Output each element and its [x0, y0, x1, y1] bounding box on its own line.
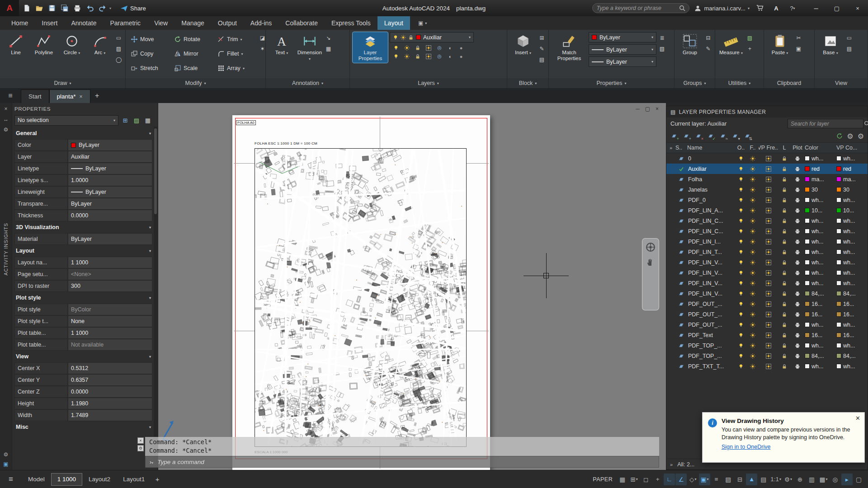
rectangle-icon[interactable]: ▭ — [115, 34, 123, 42]
undo-icon[interactable] — [84, 2, 96, 14]
tool-arc[interactable]: Arc ▾ — [87, 32, 113, 57]
on-bulb-icon[interactable] — [735, 177, 747, 182]
settings-gear-icon[interactable]: ⚙ — [847, 132, 853, 141]
command-input[interactable] — [157, 459, 655, 465]
store-cart-icon[interactable] — [754, 4, 766, 12]
freeze-sun-icon[interactable] — [747, 156, 759, 161]
minimize-button[interactable]: ─ — [806, 0, 826, 16]
viewport-minimize-icon[interactable]: ─ — [636, 106, 640, 112]
freeze-sun-icon[interactable] — [747, 177, 759, 182]
layer-name[interactable]: PDF_LIN_V... — [687, 259, 735, 266]
popup-close-icon[interactable]: ✕ — [855, 415, 860, 422]
on-bulb-icon[interactable] — [735, 343, 747, 348]
graphics-performance-icon[interactable]: ▸ — [841, 474, 853, 485]
on-bulb-icon[interactable] — [735, 208, 747, 213]
ribbon-tab-annotate[interactable]: Annotate — [64, 16, 103, 30]
lock-icon[interactable] — [778, 301, 790, 307]
tool-match-properties[interactable]: Match Properties — [552, 32, 587, 63]
layer-row[interactable]: PDF_OUT_...wh...wh... — [666, 319, 868, 330]
isodraft-icon[interactable]: ◇▾ — [687, 474, 698, 485]
tool-measure[interactable]: Measure ▾ — [718, 32, 744, 57]
open-folder-icon[interactable] — [33, 2, 45, 14]
freeze-sun-icon[interactable] — [747, 301, 759, 307]
unlock-icon[interactable] — [412, 53, 423, 59]
tool-array[interactable]: Array ▾ — [215, 61, 257, 75]
autoscale-icon[interactable]: ▤ — [758, 474, 769, 485]
vp-freeze-icon[interactable] — [759, 197, 778, 203]
column-header[interactable]: S.. — [675, 145, 687, 151]
plot-icon[interactable] — [790, 364, 805, 369]
vpfreeze-icon[interactable] — [423, 45, 434, 51]
plot-icon[interactable] — [790, 281, 805, 286]
palette-dock-icon[interactable]: ↔ — [3, 116, 9, 122]
tool-mirror[interactable]: Mirror — [172, 47, 213, 61]
erase-icon[interactable]: ◪ — [259, 34, 266, 42]
panel-label-utilities[interactable]: Utilities ▾ — [715, 78, 764, 88]
on-bulb-icon[interactable] — [735, 249, 747, 255]
plot-icon[interactable] — [71, 2, 83, 14]
on-bulb-icon[interactable] — [735, 353, 747, 359]
column-header[interactable]: L — [778, 145, 790, 151]
panel-label-properties[interactable]: Properties ▾ — [549, 78, 674, 88]
off-icon[interactable]: ● — [456, 45, 467, 51]
layer-vp-color[interactable]: 16... — [836, 301, 868, 307]
tool-trim[interactable]: Trim ▾ — [215, 32, 257, 47]
lock-icon[interactable] — [778, 197, 790, 203]
snap-icon[interactable]: ⊞▾ — [628, 474, 640, 485]
qat-customize-icon[interactable]: ▾ — [109, 6, 114, 10]
layer-vp-color[interactable]: ma... — [836, 176, 868, 183]
help-search-box[interactable] — [592, 3, 689, 13]
column-header[interactable]: VP Co... — [836, 145, 868, 151]
ribbon-tab-manage[interactable]: Manage — [175, 16, 211, 30]
layer-color[interactable]: wh... — [805, 218, 836, 224]
object-color-combo[interactable]: ByLayer▾ — [589, 32, 656, 42]
sun-icon[interactable] — [401, 45, 412, 51]
layer-vp-color[interactable]: wh... — [836, 280, 868, 286]
vp-freeze-icon[interactable] — [759, 333, 778, 338]
copy-clip-icon[interactable]: ▣ — [795, 45, 802, 52]
plot-icon[interactable] — [790, 333, 805, 338]
edit-block-icon[interactable]: ✎ — [538, 45, 546, 52]
lock-icon[interactable] — [778, 249, 790, 255]
navigation-bar[interactable] — [642, 238, 659, 310]
palette-close-icon[interactable]: × — [4, 106, 7, 112]
vp-freeze-icon[interactable] — [759, 218, 778, 224]
layer-name[interactable]: Janelas — [687, 187, 735, 193]
layer-search-box[interactable] — [788, 119, 863, 128]
layer-row[interactable]: 0wh...wh... — [666, 153, 868, 164]
layer-row[interactable]: PDF_OUT_...16...16... — [666, 309, 868, 319]
ribbon-tab-add-ins[interactable]: Add-ins — [244, 16, 278, 30]
palette-grip-icon[interactable]: ▤ — [670, 109, 676, 115]
layer-vp-color[interactable]: 10... — [836, 207, 868, 214]
layer-vp-color[interactable]: wh... — [836, 259, 868, 266]
account-menu[interactable]: mariana.i.carv... ▾ — [694, 5, 750, 12]
layer-name[interactable]: PDF_OUT_... — [687, 322, 735, 328]
bulb-icon[interactable] — [391, 53, 401, 59]
plot-icon[interactable] — [790, 249, 805, 255]
freeze-sun-icon[interactable] — [747, 364, 759, 369]
layer-vp-color[interactable]: 30 — [836, 187, 868, 193]
layer-vp-color[interactable]: wh... — [836, 239, 868, 245]
layer-name[interactable]: PDF_LIN_V... — [687, 270, 735, 276]
freeze-sun-icon[interactable] — [747, 218, 759, 224]
layer-row[interactable]: PDF_LIN_V...wh...wh... — [666, 278, 868, 288]
tool-group[interactable]: Group — [677, 32, 703, 57]
hatch-icon[interactable]: ▨ — [115, 45, 123, 52]
on-bulb-icon[interactable] — [735, 281, 747, 286]
layer-row[interactable]: PDF_OUT_...16...16... — [666, 299, 868, 309]
on-bulb-icon[interactable] — [735, 291, 747, 296]
on-bulb-icon[interactable] — [735, 239, 747, 244]
layer-states-icon[interactable]: ≈ — [719, 132, 727, 140]
ellipse-icon[interactable]: ◯ — [115, 56, 123, 63]
leader-icon[interactable]: ↘ — [325, 34, 332, 42]
freeze-sun-icon[interactable] — [747, 239, 759, 244]
add-layout-button[interactable]: + — [151, 474, 164, 485]
file-tab-start[interactable]: Start — [21, 89, 49, 103]
layer-color[interactable]: 10... — [805, 207, 836, 214]
selection-cycling-icon[interactable]: ⊟ — [734, 474, 745, 485]
vp-freeze-icon[interactable] — [759, 229, 778, 234]
tool-stretch[interactable]: Stretch — [128, 61, 170, 75]
layout-tab-layout1[interactable]: Layout1 — [117, 473, 151, 486]
lock-icon[interactable] — [778, 322, 790, 328]
status-menu-icon[interactable]: ≡ — [0, 475, 22, 484]
